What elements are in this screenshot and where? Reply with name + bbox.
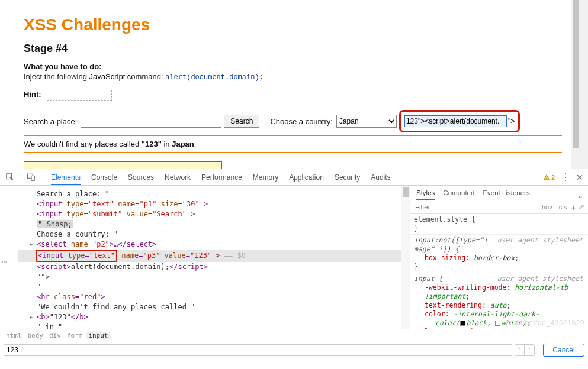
page-title: XSS Challenges xyxy=(24,15,562,34)
warnings-badge[interactable]: 2 xyxy=(543,174,555,181)
country-select[interactable]: Japan xyxy=(336,115,397,128)
xss-trailing-text: "> xyxy=(508,117,515,125)
place-input[interactable] xyxy=(81,115,221,128)
crumb-body[interactable]: body xyxy=(25,332,46,339)
expand-triangle-icon[interactable]: ▶ xyxy=(30,312,33,322)
page-scrollbar[interactable] xyxy=(571,0,580,169)
result-prefix: We couldn't find any places called xyxy=(24,140,142,148)
add-rule-icon[interactable]: + xyxy=(571,202,576,212)
result-suffix: . xyxy=(194,140,197,148)
devtools-panel: Elements Console Sources Network Perform… xyxy=(0,169,588,369)
dom-line-select[interactable]: ▶ <select name="p2">…</select> xyxy=(18,239,407,250)
expand-triangle-icon[interactable]: ▶ xyxy=(30,239,33,250)
crumb-html[interactable]: html xyxy=(4,332,24,339)
styles-rules[interactable]: element.style { } input:not([type="iuser… xyxy=(410,214,588,329)
styles-pin-icon[interactable]: ⤢ xyxy=(579,203,584,211)
tab-application[interactable]: Application xyxy=(289,170,324,185)
result-country: Japan xyxy=(172,140,194,148)
divider-bottom xyxy=(24,152,562,153)
crumb-input[interactable]: input xyxy=(86,332,110,339)
hint-box xyxy=(47,90,112,101)
hidden-p3-input[interactable] xyxy=(404,115,507,127)
devtools-body: ⋯ Search a place: " <input type="text" n… xyxy=(0,186,588,329)
webpage-viewport: XSS Challenges Stage #4 What you have to… xyxy=(0,0,588,169)
dom-line-choose-country[interactable]: Choose a country: " xyxy=(18,229,407,239)
dom-line-bold[interactable]: ▶ <b>"123"</b> xyxy=(18,312,407,322)
svg-rect-2 xyxy=(31,176,34,180)
dom-line-result-text[interactable]: "We couldn't find any places called " xyxy=(18,302,407,312)
result-mid: in xyxy=(163,140,172,148)
line-actions-icon[interactable]: ⋯ xyxy=(1,255,7,268)
value-stepper[interactable]: ˄ ˅ xyxy=(515,344,535,356)
stepper-up-icon[interactable]: ˄ xyxy=(515,345,525,355)
injected-field-highlight: "> xyxy=(399,110,520,132)
tab-network[interactable]: Network xyxy=(165,170,191,185)
dom-line-stray-text[interactable]: ""> xyxy=(18,272,407,282)
styles-tab-styles[interactable]: Styles xyxy=(416,189,435,200)
todo-heading: What you have to do: xyxy=(24,62,562,71)
country-label: Choose a country: xyxy=(270,117,333,126)
result-line: We couldn't find any places called "123"… xyxy=(24,140,562,148)
dom-breadcrumbs: html body div form input xyxy=(0,329,588,342)
styles-filter-input[interactable] xyxy=(414,202,538,212)
styles-more-icon[interactable]: » xyxy=(579,193,582,200)
dom-lines: Search a place: " <input type="text" nam… xyxy=(0,186,410,329)
styles-filter-row: :hov .cls + ⤢ xyxy=(410,200,588,214)
inject-prefix: Inject the following JavaScript command: xyxy=(24,72,165,81)
dom-line-input-p1[interactable]: <input type="text" name="p1" size="30" > xyxy=(18,199,407,209)
page-content: XSS Challenges Stage #4 What you have to… xyxy=(0,0,580,190)
search-label: Search a place: xyxy=(24,117,77,126)
attribute-edit-bar: ˄ ˅ Cancel xyxy=(0,342,588,357)
inject-code: alert(document.domain); xyxy=(165,73,264,82)
crumb-form[interactable]: form xyxy=(65,332,85,339)
styles-panel: Styles Computed Event Listeners » :hov .… xyxy=(410,186,588,329)
hint-label: Hint: xyxy=(24,90,41,99)
dom-line-hr[interactable]: <hr class="red"> xyxy=(18,292,407,302)
toolbar-right: 2 ⋮ ✕ xyxy=(543,171,583,183)
dom-scrollbar-thumb[interactable] xyxy=(403,187,409,197)
styles-tabs: Styles Computed Event Listeners » xyxy=(410,186,588,200)
tab-security[interactable]: Security xyxy=(335,170,360,185)
cls-toggle[interactable]: .cls xyxy=(557,203,567,211)
tab-memory[interactable]: Memory xyxy=(253,170,278,185)
tab-sources[interactable]: Sources xyxy=(128,170,154,185)
dom-line-text[interactable]: Search a place: " xyxy=(18,189,407,199)
stepper-down-icon[interactable]: ˅ xyxy=(525,345,534,355)
devtools-tabs: Elements Console Sources Network Perform… xyxy=(51,170,391,185)
scrollbar-thumb[interactable] xyxy=(573,0,579,148)
close-devtools-icon[interactable]: ✕ xyxy=(576,173,583,182)
dom-line-nbsp[interactable]: " &nbsp; xyxy=(18,219,407,229)
cancel-button[interactable]: Cancel xyxy=(543,344,584,357)
tab-console[interactable]: Console xyxy=(91,170,117,185)
divider-top xyxy=(24,135,562,136)
dom-line-script[interactable]: <script>alert(document.domain);</script> xyxy=(18,262,407,272)
hov-toggle[interactable]: :hov xyxy=(540,203,552,211)
result-term: "123" xyxy=(142,140,162,148)
tab-audits[interactable]: Audits xyxy=(371,170,390,185)
dom-line-quote[interactable]: " xyxy=(18,282,407,292)
warnings-count: 2 xyxy=(551,174,555,181)
kebab-menu-icon[interactable]: ⋮ xyxy=(561,171,570,183)
dom-tree-panel[interactable]: ⋯ Search a place: " <input type="text" n… xyxy=(0,186,410,329)
dom-scrollbar[interactable] xyxy=(401,186,410,329)
device-toggle-icon[interactable] xyxy=(26,172,37,183)
attribute-value-input[interactable] xyxy=(4,344,512,356)
crumb-div[interactable]: div xyxy=(47,332,63,339)
search-row: Search a place: Search Choose a country:… xyxy=(24,110,562,132)
hint-row: Hint: xyxy=(24,90,562,101)
tab-elements[interactable]: Elements xyxy=(51,170,81,185)
search-button[interactable]: Search xyxy=(224,115,259,128)
inject-instruction: Inject the following JavaScript command:… xyxy=(24,72,562,82)
dom-line-in[interactable]: " in " xyxy=(18,322,407,329)
styles-tab-computed[interactable]: Computed xyxy=(443,189,474,200)
styles-tab-event-listeners[interactable]: Event Listeners xyxy=(483,189,529,200)
tab-performance[interactable]: Performance xyxy=(201,170,242,185)
dom-line-input-p3-selected[interactable]: <input type="text" name="p3" value="123"… xyxy=(18,250,407,262)
stage-heading: Stage #4 xyxy=(24,43,562,55)
inspect-icon[interactable] xyxy=(5,172,15,183)
dom-line-input-submit[interactable]: <input type="submit" value="Search" > xyxy=(18,209,407,219)
devtools-toolbar: Elements Console Sources Network Perform… xyxy=(0,169,588,186)
